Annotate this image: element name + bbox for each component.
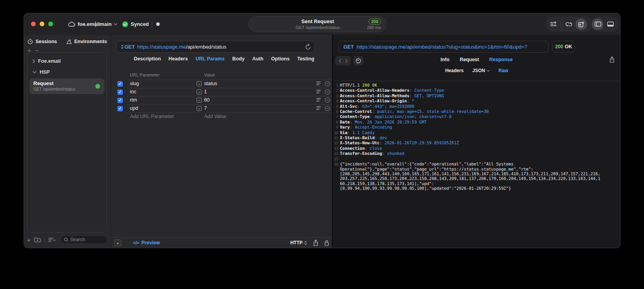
tree-request-item-selected[interactable]: Request GET /api/embed/status	[29, 78, 104, 94]
collapse-panel-button[interactable]: ▲	[114, 240, 121, 246]
param-name[interactable]: rtm	[130, 97, 137, 103]
response-tab-request[interactable]: Request	[460, 57, 479, 62]
request-tab-description[interactable]: Description	[134, 56, 161, 62]
request-item-subtitle: GET /api/embed/status	[33, 87, 104, 92]
param-checkbox[interactable]: ✓	[117, 81, 123, 87]
param-value[interactable]: 7	[204, 105, 207, 111]
column-header-param: URL Parameter	[130, 73, 160, 77]
method-selector[interactable]: GET	[121, 44, 135, 50]
request-tab-testing[interactable]: Testing	[297, 56, 314, 62]
search-input[interactable]: Search	[60, 235, 108, 244]
response-subtabs: HeadersJSONRaw	[333, 68, 620, 73]
add-param-row[interactable]: Add URL Parameter Add Value	[127, 113, 332, 121]
code-line: 7Content-Type: application/json; charset…	[333, 114, 620, 119]
protocol-selector[interactable]: HTTP	[290, 240, 307, 245]
duration-label: 280 ms	[367, 25, 381, 30]
row-options-icon[interactable]	[316, 98, 321, 102]
request-tab-options[interactable]: Options	[271, 56, 290, 62]
minimize-window-button[interactable]	[40, 22, 44, 26]
code-line: 16{"incidents":null,"overall":{"code":"o…	[333, 162, 620, 191]
param-value[interactable]: status	[204, 81, 217, 86]
sync-requests-button[interactable]	[563, 18, 575, 30]
preview-button[interactable]: </> Preview	[133, 240, 160, 245]
remove-row-icon[interactable]	[325, 106, 330, 111]
response-subtab-headers[interactable]: Headers	[445, 68, 463, 73]
response-tab-response[interactable]: Response	[489, 57, 513, 62]
request-tab-headers[interactable]: Headers	[168, 56, 188, 62]
equals-type-icon[interactable]: =	[197, 89, 202, 95]
titlebar: foe.email main Synced Sent Request GET /…	[24, 13, 620, 35]
request-tab-auth[interactable]: Auth	[252, 56, 263, 62]
param-value[interactable]: 60	[204, 97, 210, 103]
response-tab-info[interactable]: Info	[441, 57, 450, 62]
line-content: Cache-Control: public, max-age=15, stale…	[340, 109, 489, 114]
resend-request-icon[interactable]	[305, 44, 311, 50]
param-name[interactable]: upd	[130, 105, 138, 111]
response-method-label: GET	[343, 44, 354, 50]
toggle-sidebar-button[interactable]	[592, 18, 604, 30]
param-checkbox[interactable]: ✓	[117, 98, 123, 103]
tree-group-hsp[interactable]: HSP	[27, 67, 106, 78]
row-options-icon[interactable]	[316, 106, 321, 110]
response-url-box[interactable]: GET https://statuspage.me/api/embed/stat…	[338, 41, 549, 53]
toolbar-group-layout	[545, 16, 593, 32]
desktop: { "titlebar": { "project": "foe.email", …	[0, 0, 644, 289]
export-response-icon[interactable]	[609, 56, 615, 63]
code-line: 4Access-Control-Allow-Origin: *	[333, 98, 620, 104]
tree-group-foe-email[interactable]: Foe.email	[27, 56, 106, 67]
param-checkbox[interactable]: ✓	[117, 89, 123, 95]
response-subtab-json[interactable]: JSON	[473, 68, 490, 73]
param-checkbox[interactable]: ✓	[117, 106, 123, 111]
line-number: 6	[333, 109, 338, 114]
sidebar: Sessions Environments + −	[24, 35, 111, 248]
equals-type-icon[interactable]: =	[197, 106, 202, 111]
response-url: https://statuspage.me/api/embed/status?s…	[357, 44, 527, 50]
code-line: 9Vary: Accept-Encoding	[333, 125, 620, 130]
code-line: 8Date: Mon, 26 Jan 2026 20:29:59 GMT	[333, 120, 620, 125]
remove-row-icon[interactable]	[325, 98, 330, 103]
preview-label: Preview	[141, 240, 160, 245]
request-tab-url-params[interactable]: URL Params	[195, 56, 224, 62]
share-request-icon[interactable]	[313, 240, 318, 246]
branch-name: main	[100, 21, 111, 27]
row-options-icon[interactable]	[316, 82, 321, 85]
sent-request-capsule[interactable]: Sent Request GET /api/embed/status 200 2…	[248, 16, 387, 32]
toolbar-group-panels	[590, 16, 619, 32]
sync-status[interactable]: Synced	[122, 13, 149, 35]
tree-group-label: Foe.email	[38, 58, 61, 64]
request-item-title: Request	[33, 80, 104, 87]
equals-type-icon[interactable]: =	[197, 81, 202, 86]
chevron-right-icon	[33, 59, 35, 63]
sessions-tree: Foe.email HSP Request GET /api/embed/sta…	[27, 52, 107, 233]
status-code-badge: 200	[369, 18, 381, 25]
request-response-panes-button[interactable]	[575, 18, 587, 30]
cloud-icon	[68, 22, 75, 27]
param-name[interactable]: slug	[130, 81, 139, 86]
param-row: ✓slug=status	[127, 80, 332, 88]
request-tab-body[interactable]: Body	[232, 56, 244, 62]
line-content: {"incidents":null,"overall":{"code":"ope…	[340, 162, 600, 191]
response-raw-view[interactable]: 1HTTP/1.1 200 OK2Access-Control-Allow-He…	[333, 81, 620, 248]
lock-icon[interactable]	[325, 240, 329, 246]
new-request-button[interactable]: +	[27, 236, 31, 243]
zoom-window-button[interactable]	[48, 22, 53, 26]
tab-environments[interactable]: Environments	[66, 39, 107, 44]
remove-row-icon[interactable]	[325, 81, 330, 86]
param-name[interactable]: inc	[130, 89, 136, 95]
remove-row-icon[interactable]	[325, 89, 330, 95]
new-folder-icon[interactable]	[34, 237, 41, 242]
search-icon	[64, 238, 68, 242]
close-window-button[interactable]	[31, 22, 36, 26]
sort-list-button[interactable]	[547, 18, 559, 30]
row-options-icon[interactable]	[316, 90, 321, 93]
tab-sessions[interactable]: Sessions	[27, 39, 57, 44]
branch-selector[interactable]: main	[94, 13, 117, 35]
titlebar-separator	[152, 21, 152, 28]
request-url-bar[interactable]: GET https://statuspage.me/api/embed/stat…	[117, 41, 315, 53]
param-value[interactable]: 1	[204, 89, 207, 95]
toggle-bottom-panel-button[interactable]	[604, 18, 616, 30]
view-options-icon[interactable]	[48, 238, 56, 242]
equals-type-icon[interactable]: =	[197, 98, 202, 103]
response-subtab-raw[interactable]: Raw	[498, 68, 508, 73]
code-line: 3Access-Control-Allow-Methods: GET, OPTI…	[333, 93, 620, 98]
